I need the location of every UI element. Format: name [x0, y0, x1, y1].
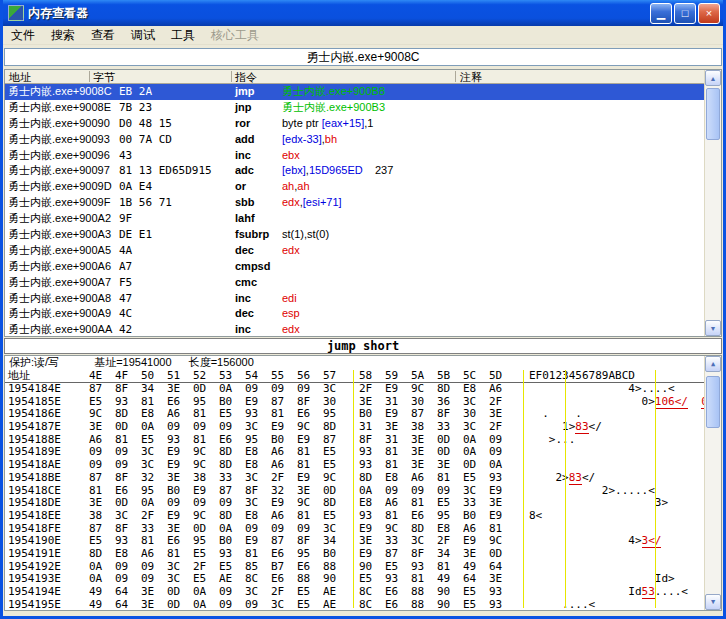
scroll-up-icon[interactable]: ▲ — [705, 70, 721, 86]
close-button[interactable]: × — [698, 3, 720, 24]
maximize-button[interactable]: □ — [674, 3, 696, 24]
column-header-address: 地址 — [9, 70, 31, 85]
column-separator-line — [565, 370, 566, 608]
base-address-label: 基址=19541000 — [94, 356, 171, 368]
hex-row[interactable]: 1954194E49643E0D0A093C2FE5AE8CE68890E593… — [5, 586, 704, 599]
address-bar[interactable]: 勇士内嵌.exe+9008C — [4, 48, 722, 66]
disasm-scrollbar-thumb[interactable] — [706, 88, 720, 140]
menu-item-core-tools[interactable]: 核心工具 — [203, 25, 267, 46]
column-header-instruction: 指令 — [235, 70, 257, 85]
hex-row[interactable]: 1954191E8DE8A681E59381E695B0E9878F343E0D — [5, 548, 704, 561]
column-separator-line — [353, 370, 354, 608]
hex-row[interactable]: 1954187E3E0D0A0909093CE99C8D313E38333C2F… — [5, 421, 704, 434]
minimize-button[interactable]: ▁ — [650, 3, 672, 24]
menu-item-file[interactable]: 文件 — [3, 25, 43, 46]
app-icon — [8, 5, 24, 21]
disasm-row[interactable]: 勇士内嵌.exe+9008E7B 23jnp勇士内嵌.exe+900B3 — [5, 100, 704, 116]
hex-row[interactable]: 195418AE09093CE99C8DE8A681E593813E3E0D0A — [5, 459, 704, 472]
hex-row[interactable]: 1954195E49643E0D0A09093CE5AE8CE68890E593… — [5, 599, 704, 611]
hex-rows: 1954184E878F343E0D0A0909093C2FE99C8DE8A6… — [5, 383, 704, 611]
disasm-row[interactable]: 勇士内嵌.exe+900A7F5cmc — [5, 275, 704, 291]
disasm-row[interactable]: 勇士内嵌.exe+9009D0A E4orah,ah — [5, 179, 704, 195]
hex-meta: 保护:读/写 基址=19541000 长度=156000 — [5, 356, 721, 369]
menu-item-view[interactable]: 查看 — [83, 25, 123, 46]
scroll-up-icon[interactable]: ▲ — [705, 356, 721, 372]
protection-label: 保护:读/写 — [9, 356, 59, 368]
header-separator — [455, 71, 456, 82]
hex-row[interactable]: 1954189E09093CE99C8DE8A681E593813E0D0A09 — [5, 446, 704, 459]
hex-row[interactable]: 195418DE3E0D0A0909093CE99C8DE8A681E5333E… — [5, 497, 704, 510]
disasm-row[interactable]: 勇士内嵌.exe+900A29Flahf — [5, 211, 704, 227]
maximize-icon: □ — [682, 7, 689, 19]
disasm-scrollbar[interactable]: ▲ ▼ — [704, 70, 721, 336]
hex-scrollbar[interactable]: ▲ ▼ — [704, 356, 721, 610]
minimize-icon: ▁ — [657, 7, 665, 19]
disasm-row[interactable]: 勇士内嵌.exe+900A847incedi — [5, 291, 704, 307]
disasm-row[interactable]: 勇士内嵌.exe+9008CEB 2Ajmp勇士内嵌.exe+900B8 — [5, 84, 704, 100]
scroll-down-icon[interactable]: ▼ — [705, 320, 721, 336]
disasm-row[interactable]: 勇士内嵌.exe+900A94Cdecesp — [5, 306, 704, 322]
window-title: 内存查看器 — [28, 5, 650, 22]
hex-row[interactable]: 1954190EE59381E695B0E9878F343E333C2FE99C… — [5, 535, 704, 548]
disasm-row[interactable]: 勇士内嵌.exe+9009643incebx — [5, 148, 704, 164]
hex-row[interactable]: 195418EE383C2FE99C8DE8A681E59381E695B0E9… — [5, 510, 704, 523]
disasm-row[interactable]: 勇士内嵌.exe+900AA42incedx — [5, 322, 704, 337]
header-separator — [231, 71, 232, 82]
title-bar: 内存查看器 ▁ □ × — [3, 0, 723, 26]
memory-viewer-window: 内存查看器 ▁ □ × 文件 搜索 查看 调试 工具 核心工具 勇士内嵌.exe… — [0, 0, 726, 619]
close-icon: × — [706, 7, 712, 19]
disassembly-panel: 地址 字节 指令 注释 勇士内嵌.exe+9008CEB 2Ajmp勇士内嵌.e… — [4, 69, 722, 337]
hex-view-panel: 保护:读/写 基址=19541000 长度=156000 地址4E4F50515… — [4, 355, 722, 611]
column-header-comment: 注释 — [460, 70, 482, 85]
disasm-rows: 勇士内嵌.exe+9008CEB 2Ajmp勇士内嵌.exe+900B8勇士内嵌… — [5, 84, 704, 337]
instruction-info-bar: jump short — [4, 338, 722, 354]
disasm-row[interactable]: 勇士内嵌.exe+9009300 7A CDadd[edx-33],bh — [5, 132, 704, 148]
hex-row[interactable]: 1954185EE59381E695B0E9878F303E3130363C2F… — [5, 396, 704, 409]
hex-row[interactable]: 1954188EA681E59381E695B0E9878F313E0D0A09… — [5, 434, 704, 447]
scroll-down-icon[interactable]: ▼ — [705, 594, 721, 610]
region-length-label: 长度=156000 — [189, 356, 254, 368]
hex-column-header: 地址4E4F505152535455565758595A5B5C5DEF0123… — [5, 369, 721, 383]
column-separator-line — [523, 370, 524, 608]
disasm-row[interactable]: 勇士内嵌.exe+9009F1B 56 71sbbedx,[esi+71] — [5, 195, 704, 211]
column-header-bytes: 字节 — [93, 70, 115, 85]
header-separator — [89, 71, 90, 82]
disasm-row[interactable]: 勇士内嵌.exe+90090D0 48 15rorbyte ptr [eax+1… — [5, 116, 704, 132]
menu-bar: 文件 搜索 查看 调试 工具 核心工具 — [3, 26, 723, 45]
disasm-column-header: 地址 字节 指令 注释 — [5, 70, 721, 84]
disasm-row[interactable]: 勇士内嵌.exe+900A54Adecedx — [5, 243, 704, 259]
disasm-row[interactable]: 勇士内嵌.exe+9009781 13 ED65D915adc[ebx],15D… — [5, 163, 704, 179]
column-separator-line — [655, 370, 656, 608]
menu-item-search[interactable]: 搜索 — [43, 25, 83, 46]
disasm-row[interactable]: 勇士内嵌.exe+900A6A7cmpsd — [5, 259, 704, 275]
hex-scrollbar-thumb[interactable] — [706, 376, 720, 428]
menu-item-tools[interactable]: 工具 — [163, 25, 203, 46]
disasm-row[interactable]: 勇士内嵌.exe+900A3DE E1fsubrpst(1),st(0) — [5, 227, 704, 243]
menu-item-debug[interactable]: 调试 — [123, 25, 163, 46]
